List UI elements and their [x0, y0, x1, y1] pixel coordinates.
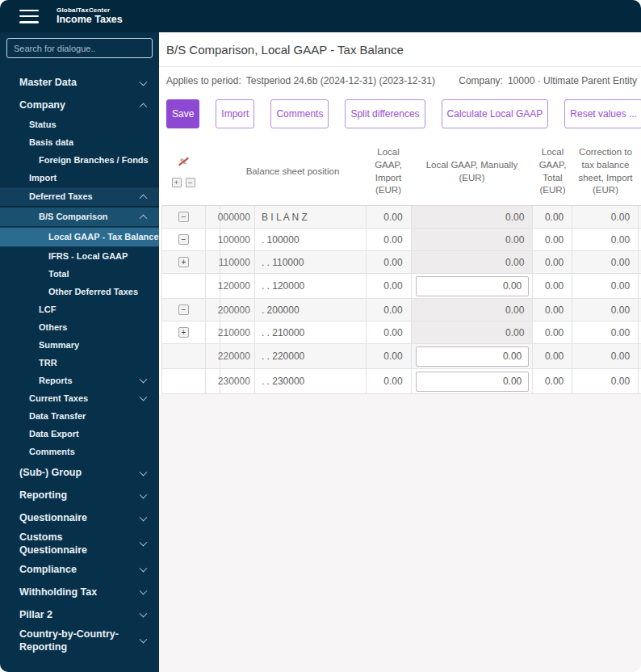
menu-icon[interactable]	[19, 10, 39, 23]
sidebar-item-label: Import	[0, 172, 57, 183]
sidebar-item-label: Pillar 2	[0, 608, 52, 621]
sidebar-item[interactable]: Reports	[0, 372, 159, 389]
sidebar-item[interactable]: Data Export	[0, 425, 159, 443]
sidebar-item[interactable]: Import	[0, 169, 159, 187]
calculate-local-gaap-button[interactable]: Calculate Local GAAP	[442, 99, 549, 128]
sidebar-item[interactable]: Country-by-Country-Reporting	[0, 628, 159, 654]
sidebar-item[interactable]: IFRS - Local GAAP	[0, 247, 159, 265]
position-number: 230000	[220, 369, 255, 393]
expander-cell: −	[162, 206, 206, 228]
sidebar-item[interactable]: Comments	[0, 443, 159, 460]
sidebar-item-label: Withholding Tax	[0, 586, 97, 598]
correction-value: 0.00	[572, 274, 639, 298]
sidebar-item[interactable]: Status	[0, 116, 159, 133]
sidebar-item[interactable]: Master Data	[0, 73, 159, 93]
position-number: 110000	[220, 251, 255, 273]
sidebar-item[interactable]: Data Transfer	[0, 407, 159, 425]
manually-input[interactable]	[416, 372, 529, 392]
manually-cell	[412, 274, 534, 298]
period-label: Applies to period:	[166, 75, 241, 86]
manually-cell: 0.00	[412, 321, 534, 343]
manually-cell	[412, 344, 534, 368]
main-content: B/S Comparison, Local GAAP - Tax Balance…	[159, 32, 641, 672]
correction-value: 0.00	[572, 229, 639, 250]
position-name: . . 230000	[255, 369, 367, 393]
sidebar-item[interactable]: Deferred Taxes	[0, 187, 159, 207]
sidebar-item-label: B/S Comparison	[0, 211, 108, 222]
expander-toggle[interactable]: +	[178, 327, 189, 338]
sidebar-item[interactable]: Summary	[0, 336, 159, 354]
sidebar-item-label: Foreign Branches / Fonds	[0, 154, 149, 166]
company-label: Company:	[459, 75, 503, 86]
chevron-down-icon	[140, 610, 148, 618]
sidebar-item[interactable]: Other Deferred Taxes	[0, 283, 159, 300]
sidebar-item[interactable]: Withholding Tax	[0, 582, 159, 603]
sidebar-item[interactable]: Compliance	[0, 560, 159, 580]
expander-cell	[162, 274, 206, 298]
sidebar-item[interactable]: Foreign Branches / Fonds	[0, 151, 159, 169]
search-input[interactable]	[6, 38, 153, 58]
sidebar-item-label: Customs Questionnaire	[0, 531, 129, 557]
sidebar-item-label: Data Transfer	[0, 410, 86, 422]
manually-input[interactable]	[416, 346, 529, 367]
position-name: . . 120000	[255, 274, 367, 298]
sidebar-item[interactable]: B/S Comparison	[0, 207, 159, 227]
import-button[interactable]: Import	[216, 99, 254, 128]
sidebar-item-label: Reports	[0, 375, 73, 386]
comments-button[interactable]: Comments	[270, 99, 329, 128]
import-value: 0.00	[367, 344, 412, 368]
total-value: 0.00	[533, 299, 572, 321]
manually-input[interactable]	[416, 276, 529, 296]
sidebar-item-label: Total	[0, 268, 69, 279]
total-value: 0.00	[533, 344, 572, 368]
total-value: 0.00	[533, 321, 572, 343]
sidebar-item[interactable]: Company	[0, 95, 159, 116]
expander-toggle[interactable]: −	[178, 212, 189, 222]
sidebar-item[interactable]: Basis data	[0, 133, 159, 151]
sidebar-item[interactable]: Total	[0, 265, 159, 283]
correction-value: 0.00	[572, 369, 639, 393]
sidebar-item[interactable]: TRR	[0, 354, 159, 372]
expander-cell: +	[162, 251, 206, 273]
sidebar-item[interactable]: Customs Questionnaire	[0, 531, 159, 557]
split-differences-button[interactable]: Split differences	[345, 99, 425, 128]
sidebar-item[interactable]: Reporting	[0, 485, 159, 506]
save-button[interactable]: Save	[166, 99, 199, 128]
table-row: +110000. . 1100000.000.000.000.00	[162, 251, 641, 274]
expander-cell: −	[162, 229, 206, 250]
expand-all-button[interactable]: +	[172, 178, 182, 187]
collapse-all-button[interactable]: −	[186, 178, 195, 187]
import-value: 0.00	[367, 251, 412, 273]
sidebar-item-selected[interactable]: Local GAAP - Tax Balance	[0, 227, 159, 247]
sidebar-item[interactable]: (Sub-) Group	[0, 463, 159, 483]
manually-value: 0.00	[505, 212, 524, 223]
correction-value: 0.00	[572, 321, 639, 343]
chevron-down-icon	[140, 513, 148, 521]
sidebar-item-label: (Sub-) Group	[0, 466, 82, 479]
brand-name: GlobalTaxCenter	[57, 6, 123, 14]
sidebar-item[interactable]: LCF	[0, 300, 159, 318]
column-header-position: Balance sheet position	[220, 138, 366, 205]
expander-toggle[interactable]: +	[178, 257, 189, 267]
total-value: 0.00	[533, 229, 572, 250]
manually-value: 0.00	[505, 234, 524, 246]
expander-toggle[interactable]: −	[178, 304, 189, 315]
manually-value: 0.00	[505, 304, 524, 316]
sidebar-item[interactable]: Questionnaire	[0, 508, 159, 528]
sidebar-item[interactable]: Current Taxes	[0, 389, 159, 407]
reset-values-button[interactable]: Reset values ...	[564, 99, 641, 128]
expander-toggle[interactable]: −	[178, 234, 189, 245]
sidebar-item[interactable]: Pillar 2	[0, 605, 159, 625]
total-value: 0.00	[533, 206, 572, 228]
sidebar-item[interactable]: Others	[0, 318, 159, 336]
position-name: . . 210000	[255, 321, 367, 343]
manually-value: 0.00	[505, 327, 524, 338]
position-number: 120000	[220, 274, 255, 298]
no-edit-icon: ✎	[179, 156, 186, 169]
column-header-manually: Local GAAP, Manually (EUR)	[411, 138, 533, 205]
correction-value: 0.00	[572, 299, 639, 321]
column-header-total: Local GAAP, Total (EUR)	[533, 138, 572, 205]
position-number: 200000	[220, 299, 255, 321]
product-name: Income Taxes	[57, 14, 123, 25]
period-value: Testperiod 24.6b (2024-12-31) (2023-12-3…	[246, 75, 435, 86]
